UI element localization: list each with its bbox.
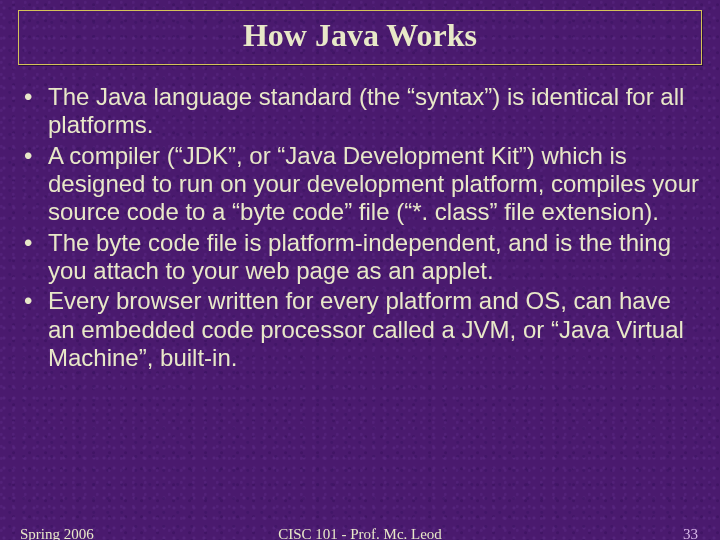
bullet-text: Every browser written for every platform… bbox=[48, 287, 700, 372]
bullet-dot: • bbox=[24, 142, 48, 227]
bullet-item: • The byte code file is platform-indepen… bbox=[24, 229, 700, 286]
bullet-text: The byte code file is platform-independe… bbox=[48, 229, 700, 286]
bullet-dot: • bbox=[24, 229, 48, 286]
bullet-item: • Every browser written for every platfo… bbox=[24, 287, 700, 372]
title-box: How Java Works bbox=[18, 10, 702, 65]
bullet-text: A compiler (“JDK”, or “Java Development … bbox=[48, 142, 700, 227]
bullet-dot: • bbox=[24, 83, 48, 140]
footer-page-number: 33 bbox=[683, 526, 698, 540]
bullet-dot: • bbox=[24, 287, 48, 372]
bullet-item: • The Java language standard (the “synta… bbox=[24, 83, 700, 140]
slide-title: How Java Works bbox=[243, 17, 477, 53]
footer-center: CISC 101 - Prof. Mc. Leod bbox=[0, 526, 720, 540]
bullet-item: • A compiler (“JDK”, or “Java Developmen… bbox=[24, 142, 700, 227]
bullet-text: The Java language standard (the “syntax”… bbox=[48, 83, 700, 140]
slide-content: • The Java language standard (the “synta… bbox=[24, 83, 700, 372]
